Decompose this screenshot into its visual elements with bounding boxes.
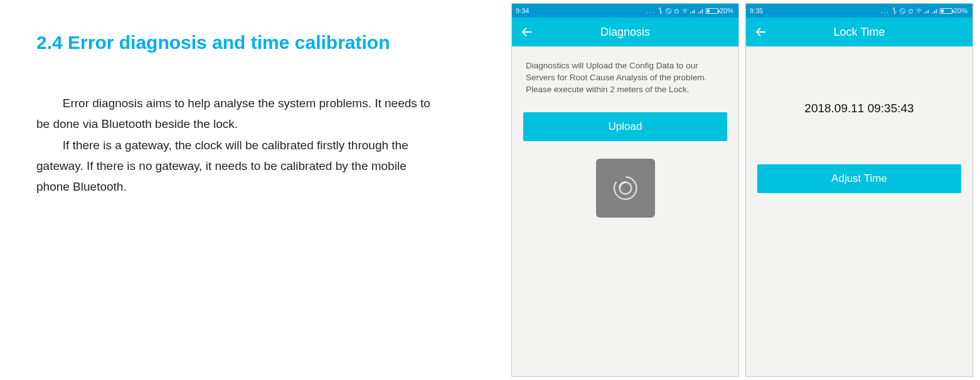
phone-lock-time: 9:35 ... 20% Lock Time 2018.09.11 09:35:… xyxy=(745,3,973,377)
status-more-icon: ... xyxy=(647,8,656,14)
bluetooth-icon xyxy=(891,8,898,14)
bluetooth-icon xyxy=(657,8,664,14)
svg-point-2 xyxy=(674,9,678,13)
doc-paragraph-1: Error diagnosis aims to help analyse the… xyxy=(36,93,432,135)
app-bar: Diagnosis xyxy=(512,18,738,46)
phone-diagnosis: 9:34 ... 20% Diagnosis Diagnostics will … xyxy=(511,3,739,377)
status-time: 9:34 xyxy=(516,7,529,14)
app-bar: Lock Time xyxy=(746,18,972,46)
alarm-icon xyxy=(673,8,680,14)
app-bar-title: Lock Time xyxy=(746,26,972,39)
wifi-icon xyxy=(915,8,922,14)
doc-paragraph-2: If there is a gateway, the clock will be… xyxy=(36,135,432,198)
wifi-icon xyxy=(681,8,688,14)
signal-icon-2 xyxy=(932,8,939,14)
arrow-left-icon xyxy=(520,25,534,39)
dnd-icon xyxy=(899,8,906,14)
adjust-time-button[interactable]: Adjust Time xyxy=(757,164,961,193)
arrow-left-icon xyxy=(754,25,768,39)
battery-pct: 20% xyxy=(954,7,967,14)
signal-icon xyxy=(924,8,930,14)
alarm-icon xyxy=(907,8,914,14)
diagnosis-spinner-icon xyxy=(609,172,642,204)
upload-button[interactable]: Upload xyxy=(523,112,727,141)
battery-icon xyxy=(706,8,718,14)
dnd-icon xyxy=(665,8,672,14)
doc-title: 2.4 Error diagnosis and time calibration xyxy=(36,26,432,58)
screen-body-lock-time: 2018.09.11 09:35:43 Adjust Time xyxy=(746,46,972,376)
status-bar: 9:34 ... 20% xyxy=(512,4,738,18)
doc-body: Error diagnosis aims to help analyse the… xyxy=(36,93,432,197)
lock-time-display: 2018.09.11 09:35:43 xyxy=(746,102,972,115)
phone-screenshots: 9:34 ... 20% Diagnosis Diagnostics will … xyxy=(511,3,973,377)
status-time: 9:35 xyxy=(750,7,763,14)
svg-line-6 xyxy=(901,9,905,13)
diagnosis-icon-tile[interactable] xyxy=(596,159,655,218)
svg-line-1 xyxy=(667,9,671,13)
battery-pct: 20% xyxy=(720,7,733,14)
svg-point-7 xyxy=(908,9,912,13)
screen-body-diagnosis: Diagnostics will Upload the Config Data … xyxy=(512,46,738,376)
status-bar: 9:35 ... 20% xyxy=(746,4,972,18)
status-icons: ... 20% xyxy=(881,7,967,14)
diagnosis-description: Diagnostics will Upload the Config Data … xyxy=(512,46,738,96)
battery-icon xyxy=(940,8,952,14)
signal-icon-2 xyxy=(698,8,705,14)
signal-icon xyxy=(690,8,696,14)
back-button[interactable] xyxy=(754,24,769,40)
back-button[interactable] xyxy=(519,24,535,40)
app-bar-title: Diagnosis xyxy=(512,26,738,39)
status-more-icon: ... xyxy=(881,8,890,14)
doc-section: 2.4 Error diagnosis and time calibration… xyxy=(36,26,432,197)
status-icons: ... 20% xyxy=(647,7,733,14)
